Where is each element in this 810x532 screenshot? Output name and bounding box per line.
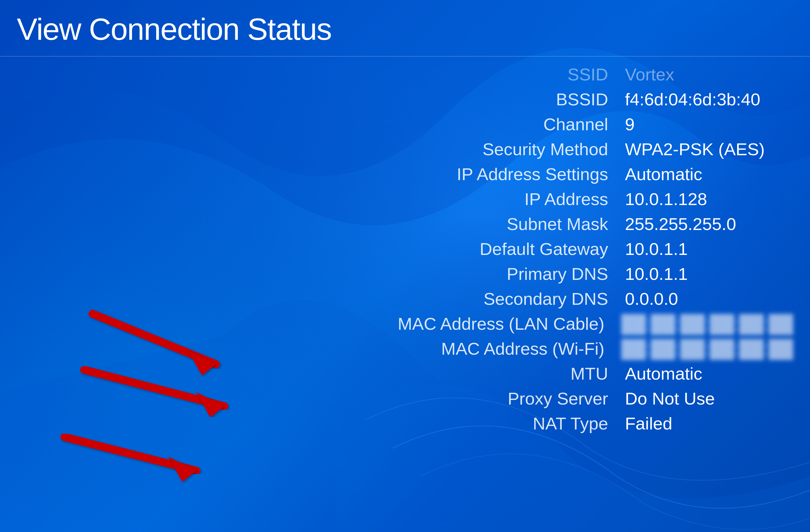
info-label: Default Gateway: [356, 239, 608, 259]
info-row: Default Gateway10.0.1.1: [352, 239, 793, 259]
divider: [0, 56, 810, 56]
info-row: IP Address10.0.1.128: [352, 189, 793, 209]
info-value: 10.0.1.128: [625, 189, 793, 209]
info-label: Channel: [356, 114, 608, 134]
info-value: 255.255.255.0: [625, 214, 793, 234]
info-label: IP Address: [356, 189, 608, 209]
info-label: Secondary DNS: [356, 289, 608, 309]
info-label: NAT Type: [356, 414, 608, 433]
info-label: Primary DNS: [356, 264, 608, 284]
info-label: MTU: [356, 364, 608, 383]
info-value: Vortex: [625, 64, 793, 84]
info-value: 0.0.0.0: [625, 289, 793, 309]
info-row: Subnet Mask255.255.255.0: [352, 214, 793, 234]
info-label: BSSID: [356, 89, 608, 109]
svg-marker-7: [168, 456, 196, 482]
info-row: MAC Address (LAN Cable)██:██:██:██:██:██: [352, 314, 793, 334]
connection-info-table: SSIDVortexBSSIDf4:6d:04:6d:3b:40Channel9…: [352, 64, 793, 438]
info-row: Primary DNS10.0.1.1: [352, 264, 793, 284]
info-row: IP Address SettingsAutomatic: [352, 164, 793, 184]
info-row: MAC Address (Wi-Fi)██:██:██:██:██:██: [352, 339, 793, 359]
info-value: Automatic: [625, 164, 793, 184]
info-value: 10.0.1.1: [625, 239, 793, 259]
info-row: Secondary DNS0.0.0.0: [352, 289, 793, 309]
info-value: Automatic: [625, 364, 793, 383]
info-label: Subnet Mask: [356, 214, 608, 234]
info-label: SSID: [356, 64, 608, 84]
info-label: MAC Address (Wi-Fi): [352, 339, 604, 359]
info-value: f4:6d:04:6d:3b:40: [625, 89, 793, 109]
info-label: Security Method: [356, 139, 608, 159]
info-row: MTUAutomatic: [352, 364, 793, 383]
info-value: Failed: [625, 414, 793, 433]
info-row: BSSIDf4:6d:04:6d:3b:40: [352, 89, 793, 109]
info-row: NAT TypeFailed: [352, 414, 793, 433]
info-value: 10.0.1.1: [625, 264, 793, 284]
info-row: Channel9: [352, 114, 793, 134]
info-value: ██:██:██:██:██:██: [621, 314, 793, 334]
page-title: View Connection Status: [17, 11, 331, 47]
info-value: Do Not Use: [625, 388, 793, 409]
info-row: Proxy ServerDo Not Use: [352, 388, 793, 409]
info-value: 9: [625, 114, 793, 134]
info-value: WPA2-PSK (AES): [625, 139, 793, 159]
info-label: IP Address Settings: [356, 164, 608, 184]
info-value: ██:██:██:██:██:██: [621, 339, 793, 359]
arrow-indicator-2: [62, 361, 258, 418]
info-label: MAC Address (LAN Cable): [352, 314, 604, 334]
info-label: Proxy Server: [356, 388, 608, 409]
arrow-indicator-3: [42, 429, 224, 486]
info-row: SSIDVortex: [352, 64, 793, 84]
info-row: Security MethodWPA2-PSK (AES): [352, 139, 793, 159]
svg-marker-5: [196, 392, 224, 417]
